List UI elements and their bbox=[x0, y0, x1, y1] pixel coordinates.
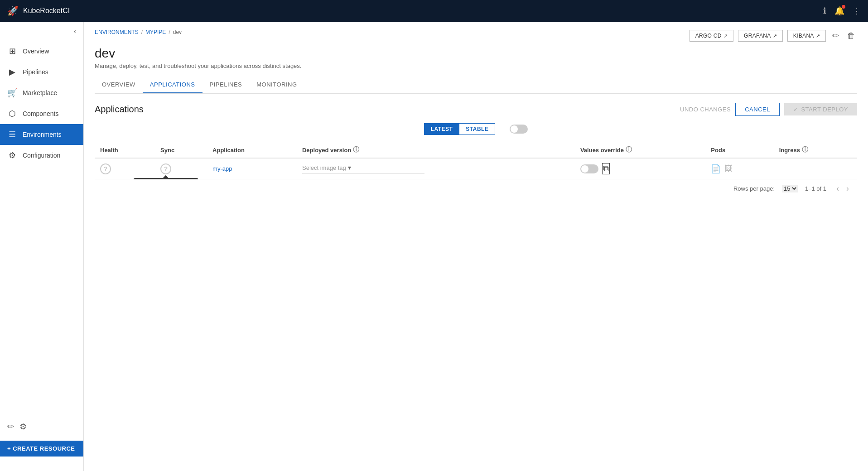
sync-cell: ? Sync status: Unknown bbox=[155, 158, 207, 179]
overview-icon: ⊞ bbox=[7, 46, 17, 56]
content-area: ENVIRONMENTS / MYPIPE / dev ARGO CD ↗ GR… bbox=[84, 22, 868, 471]
undo-changes-button[interactable]: UNDO CHANGES bbox=[680, 106, 731, 113]
pod-doc-icon[interactable]: 📄 bbox=[711, 164, 721, 174]
table-header: Health Sync Application Deployed version… bbox=[95, 142, 857, 158]
breadcrumb-environments[interactable]: ENVIRONMENTS bbox=[95, 29, 139, 35]
delete-page-button[interactable]: 🗑 bbox=[845, 29, 857, 43]
bell-icon[interactable]: 🔔 bbox=[834, 6, 844, 16]
sidebar-item-components[interactable]: ⬡ Components bbox=[0, 103, 83, 124]
sidebar-item-label: Marketplace bbox=[23, 89, 57, 96]
rows-per-page-label: Rows per page: bbox=[733, 185, 775, 192]
more-icon[interactable]: ⋮ bbox=[853, 6, 861, 16]
col-sync: Sync bbox=[155, 142, 207, 158]
tab-overview[interactable]: OVERVIEW bbox=[95, 77, 143, 93]
sidebar: ‹ ⊞ Overview ▶ Pipelines 🛒 Marketplace ⬡… bbox=[0, 22, 84, 471]
deployed-version-info-icon[interactable]: ⓘ bbox=[353, 146, 359, 154]
create-resource-button[interactable]: + CREATE RESOURCE bbox=[0, 441, 83, 457]
tabs: OVERVIEW APPLICATIONS PIPELINES MONITORI… bbox=[95, 77, 857, 94]
pagination-prev[interactable]: ‹ bbox=[834, 183, 842, 194]
filter-latest[interactable]: LATEST bbox=[424, 124, 460, 135]
grafana-button[interactable]: GRAFANA ↗ bbox=[738, 30, 783, 42]
breadcrumb-sep-1: / bbox=[141, 29, 143, 35]
sidebar-bottom: ✏ ⚙ bbox=[0, 416, 83, 437]
rows-per-page-select[interactable]: 15 bbox=[782, 185, 798, 192]
filter-tag-group: LATEST STABLE bbox=[424, 123, 496, 135]
page-title: dev bbox=[95, 46, 857, 61]
open-values-icon[interactable]: ⧉ bbox=[602, 163, 610, 174]
sidebar-item-environments[interactable]: ☰ Environments bbox=[0, 124, 83, 145]
main-layout: ‹ ⊞ Overview ▶ Pipelines 🛒 Marketplace ⬡… bbox=[0, 22, 868, 471]
info-icon[interactable]: ℹ bbox=[823, 6, 826, 16]
values-override-cell: ⧉ bbox=[575, 158, 705, 179]
header-right: ℹ 🔔 ⋮ bbox=[823, 6, 861, 16]
table-row: ? ? Sync status: Unknown my-app bbox=[95, 158, 857, 179]
checkmark-icon: ✓ bbox=[793, 106, 799, 113]
sidebar-item-configuration[interactable]: ⚙ Configuration bbox=[0, 145, 83, 166]
cancel-button[interactable]: CANCEL bbox=[735, 103, 780, 116]
pagination-next[interactable]: › bbox=[844, 183, 852, 194]
logo-icon: 🚀 bbox=[7, 5, 19, 16]
create-resource-label: + CREATE RESOURCE bbox=[7, 445, 75, 452]
tab-monitoring[interactable]: MONITORING bbox=[249, 77, 304, 93]
image-tag-placeholder: Select image tag bbox=[302, 164, 346, 171]
sidebar-item-label: Environments bbox=[23, 131, 62, 138]
tab-pipelines[interactable]: PIPELINES bbox=[203, 77, 250, 93]
table-body: ? ? Sync status: Unknown my-app bbox=[95, 158, 857, 179]
tab-applications[interactable]: APPLICATIONS bbox=[143, 77, 203, 93]
sidebar-item-label: Pipelines bbox=[23, 68, 48, 76]
col-deployed-version: Deployed version ⓘ bbox=[297, 142, 575, 158]
pods-cell: 📄 🖼 bbox=[705, 158, 773, 179]
pod-img-icon[interactable]: 🖼 bbox=[724, 164, 733, 173]
col-health: Health bbox=[95, 142, 155, 158]
table: Health Sync Application Deployed version… bbox=[95, 142, 857, 179]
edit-icon[interactable]: ✏ bbox=[7, 422, 14, 432]
pagination-range: 1–1 of 1 bbox=[805, 185, 826, 192]
argo-cd-external-icon: ↗ bbox=[723, 33, 728, 39]
sidebar-item-pipelines[interactable]: ▶ Pipelines bbox=[0, 62, 83, 82]
pipelines-icon: ▶ bbox=[7, 67, 17, 77]
deployed-version-cell: Select image tag ▾ bbox=[297, 158, 575, 179]
components-icon: ⬡ bbox=[7, 109, 17, 119]
marketplace-icon: 🛒 bbox=[7, 88, 17, 98]
col-ingress: Ingress ⓘ bbox=[774, 142, 857, 158]
sidebar-item-label: Overview bbox=[23, 48, 49, 55]
sidebar-item-marketplace[interactable]: 🛒 Marketplace bbox=[0, 82, 83, 103]
col-application: Application bbox=[207, 142, 297, 158]
settings-icon[interactable]: ⚙ bbox=[19, 422, 27, 432]
kibana-label: KIBANA bbox=[793, 33, 814, 39]
page-header: dev bbox=[84, 43, 868, 61]
configuration-icon: ⚙ bbox=[7, 150, 17, 160]
ingress-info-icon[interactable]: ⓘ bbox=[802, 146, 808, 154]
start-deploy-label: START DEPLOY bbox=[801, 106, 848, 113]
sync-tooltip: Sync status: Unknown bbox=[134, 178, 198, 180]
top-header: 🚀 KubeRocketCI ℹ 🔔 ⋮ bbox=[0, 0, 868, 22]
breadcrumb: ENVIRONMENTS / MYPIPE / dev bbox=[95, 29, 182, 35]
sidebar-toggle[interactable]: ‹ bbox=[0, 22, 83, 41]
page-subtitle: Manage, deploy, test, and troubleshoot y… bbox=[84, 62, 868, 69]
breadcrumb-sep-2: / bbox=[169, 29, 170, 35]
health-cell: ? bbox=[95, 158, 155, 179]
edit-page-button[interactable]: ✏ bbox=[830, 29, 841, 43]
sidebar-item-label: Configuration bbox=[23, 152, 60, 159]
col-pods: Pods bbox=[705, 142, 773, 158]
filter-row: LATEST STABLE bbox=[95, 123, 857, 135]
sync-icon[interactable]: ? bbox=[160, 163, 171, 174]
applications-title: Applications bbox=[95, 104, 144, 115]
pagination: Rows per page: 15 1–1 of 1 ‹ › bbox=[95, 179, 857, 198]
kibana-external-icon: ↗ bbox=[816, 33, 820, 39]
values-override-toggle[interactable] bbox=[580, 164, 598, 173]
kibana-button[interactable]: KIBANA ↗ bbox=[787, 30, 826, 42]
section-header: Applications UNDO CHANGES CANCEL ✓ START… bbox=[95, 103, 857, 116]
sync-wrapper: ? Sync status: Unknown bbox=[160, 163, 171, 174]
section-actions: UNDO CHANGES CANCEL ✓ START DEPLOY bbox=[680, 103, 857, 116]
breadcrumb-mypipe[interactable]: MYPIPE bbox=[145, 29, 166, 35]
argo-cd-button[interactable]: ARGO CD ↗ bbox=[690, 30, 733, 42]
toggle-switch[interactable] bbox=[510, 125, 528, 134]
image-tag-select[interactable]: Select image tag ▾ bbox=[302, 164, 424, 173]
col-values-override: Values override ⓘ bbox=[575, 142, 705, 158]
values-override-info-icon[interactable]: ⓘ bbox=[626, 146, 632, 154]
app-link[interactable]: my-app bbox=[212, 165, 232, 172]
filter-stable[interactable]: STABLE bbox=[459, 124, 495, 135]
sidebar-item-overview[interactable]: ⊞ Overview bbox=[0, 41, 83, 62]
ingress-cell bbox=[774, 158, 857, 179]
